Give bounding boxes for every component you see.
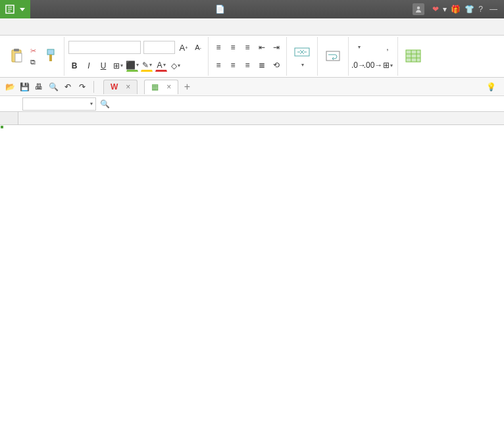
border-button[interactable]: ⊞▾ [112, 60, 124, 72]
justify-button[interactable]: ≣ [256, 59, 268, 71]
close-icon[interactable]: × [126, 82, 130, 92]
ribbon: ✂ ⧉ A+ A- B I U ⊞▾ ⬛▾ ✎▾ A▾ ◇▾ [0, 36, 504, 78]
number-format-button[interactable]: ⊞▾ [382, 59, 393, 71]
merge-icon [293, 45, 311, 59]
svg-rect-6 [49, 55, 52, 61]
increase-font-button[interactable]: A+ [178, 41, 189, 53]
help-icon[interactable]: ? [478, 5, 483, 14]
percent-button[interactable] [367, 41, 379, 53]
paste-button[interactable] [7, 47, 26, 66]
new-tab-button[interactable]: + [181, 81, 193, 93]
name-box[interactable]: ▾ [22, 97, 96, 111]
select-all-corner[interactable] [0, 112, 18, 124]
font-size-select[interactable] [143, 41, 175, 54]
cut-button[interactable]: ✂ [29, 46, 39, 56]
dropdown-icon [20, 8, 25, 11]
format-painter-button[interactable] [41, 47, 60, 66]
document-title: 📄 [30, 5, 413, 14]
chevron-down-icon: ▾ [90, 101, 93, 107]
align-top-button[interactable]: ≡ [213, 41, 224, 53]
skin-icon[interactable]: ▾ [443, 5, 447, 14]
decrease-font-button[interactable]: A- [192, 41, 204, 53]
svg-rect-9 [406, 50, 420, 62]
font-color-button[interactable]: A▾ [155, 60, 167, 72]
comma-button[interactable]: , [382, 41, 393, 53]
user-avatar-icon[interactable] [413, 3, 424, 15]
sheet-icon: ▦ [151, 82, 159, 92]
notification-icon[interactable]: ❤ [432, 5, 439, 14]
svg-rect-5 [47, 49, 54, 55]
highlight-button[interactable]: ✎▾ [141, 60, 153, 72]
align-bottom-button[interactable]: ≡ [241, 41, 253, 53]
formula-bar: ▾ 🔍 [0, 96, 504, 112]
decrease-indent-button[interactable]: ⇤ [256, 41, 268, 53]
wps-menu-button[interactable] [0, 0, 30, 18]
align-left-button[interactable]: ≡ [213, 59, 224, 71]
close-icon[interactable]: × [166, 82, 171, 92]
formula-input[interactable] [125, 99, 504, 109]
svg-rect-3 [14, 49, 19, 51]
table-style-icon [405, 49, 422, 63]
table-style-button[interactable] [402, 47, 424, 66]
tab-book1[interactable]: ▦ × [144, 80, 178, 94]
align-right-button[interactable]: ≡ [241, 59, 253, 71]
bulb-icon: 💡 [486, 82, 496, 92]
underline-button[interactable]: U [97, 60, 109, 72]
wrap-text-button[interactable] [322, 48, 344, 65]
svg-rect-4 [15, 53, 22, 62]
decrease-decimal-button[interactable]: .00→ [367, 59, 379, 71]
wrap-icon [324, 49, 341, 63]
align-center-button[interactable]: ≡ [227, 59, 239, 71]
menu-tabs [0, 18, 504, 36]
fill-handle[interactable] [0, 125, 4, 129]
save-button[interactable]: 💾 [18, 81, 30, 93]
wps-logo-icon [5, 5, 14, 14]
zoom-icon[interactable]: 🔍 [99, 98, 111, 110]
align-middle-button[interactable]: ≡ [227, 41, 239, 53]
redo-button[interactable]: ↷ [76, 81, 88, 93]
tab-my-wps[interactable]: W × [103, 80, 138, 94]
wps-w-icon: W [111, 82, 118, 92]
italic-button[interactable]: I [83, 60, 95, 72]
clear-format-button[interactable]: ◇▾ [170, 60, 182, 72]
bold-button[interactable]: B [68, 60, 80, 72]
brush-icon [44, 48, 57, 64]
scissors-icon: ✂ [30, 47, 36, 55]
font-family-select[interactable] [68, 41, 141, 54]
minimize-icon[interactable]: — [487, 5, 500, 14]
copy-button[interactable]: ⧉ [29, 57, 39, 67]
shirt-icon[interactable]: 👕 [465, 5, 474, 14]
spreadsheet-grid [0, 112, 504, 125]
gift-icon[interactable]: 🎁 [451, 5, 461, 14]
currency-button[interactable]: ▾ [353, 41, 365, 53]
merge-center-button[interactable]: ▾ [291, 44, 313, 69]
svg-point-1 [417, 7, 420, 9]
copy-icon: ⧉ [30, 58, 36, 66]
increase-decimal-button[interactable]: .0→ [353, 59, 365, 71]
paste-icon [9, 48, 24, 64]
increase-indent-button[interactable]: ⇥ [270, 41, 282, 53]
print-preview-button[interactable]: 🔍 [47, 81, 59, 93]
undo-button[interactable]: ↶ [62, 81, 74, 93]
orientation-button[interactable]: ⟲ [270, 59, 282, 71]
fill-color-button[interactable]: ⬛▾ [126, 60, 138, 72]
open-button[interactable]: 📂 [4, 81, 16, 93]
quick-access-bar: 📂 💾 🖶 🔍 ↶ ↷ W × ▦ × + 💡 [0, 78, 504, 96]
print-button[interactable]: 🖶 [33, 81, 45, 93]
